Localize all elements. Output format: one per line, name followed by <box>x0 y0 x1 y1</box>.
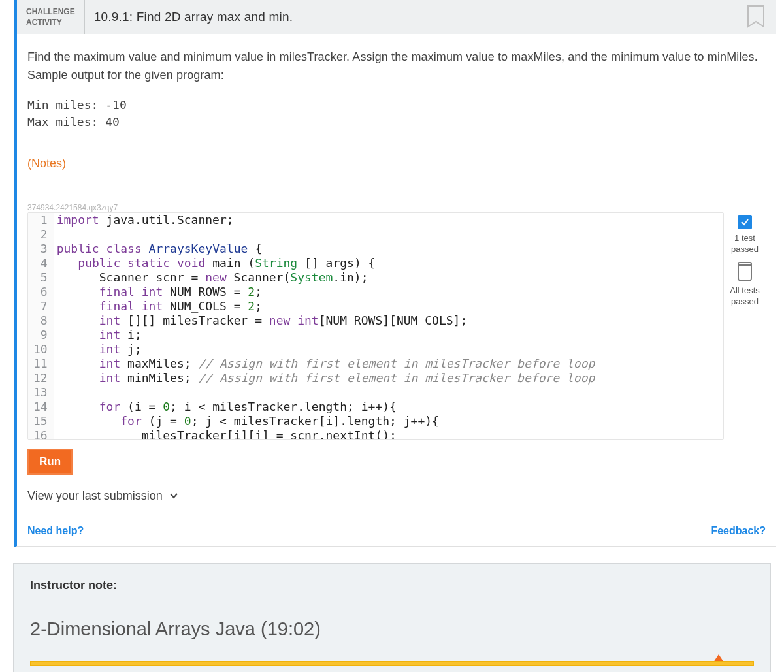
code-line[interactable]: public static void main (String [] args)… <box>57 256 595 270</box>
challenge-body: Find the maximum value and minimum value… <box>17 34 776 546</box>
line-number: 4 <box>33 256 48 270</box>
code-line[interactable]: milesTracker[i][j] = scnr.nextInt(); <box>57 428 595 439</box>
all-tests-passed-label: All tests passed <box>730 285 760 308</box>
code-line[interactable]: int j; <box>57 342 595 357</box>
code-line[interactable]: int i; <box>57 328 595 342</box>
chevron-down-icon <box>169 491 178 500</box>
footer-links: Need help? Feedback? <box>27 525 766 537</box>
code-editor[interactable]: 12345678910111213141516 import java.util… <box>27 212 724 440</box>
code-line[interactable]: final int NUM_COLS = 2; <box>57 299 595 313</box>
run-button[interactable]: Run <box>27 449 73 475</box>
shield-icon <box>738 264 752 281</box>
line-number: 14 <box>33 400 48 414</box>
sample-output-line1: Min miles: -10 <box>27 98 127 112</box>
view-last-submission[interactable]: View your last submission <box>27 489 766 503</box>
line-number: 3 <box>33 242 48 256</box>
challenge-title: 10.9.1: Find 2D array max and min. <box>85 0 293 34</box>
challenge-tag-line2: ACTIVITY <box>26 17 75 27</box>
one-test-passed-label: 1 test passed <box>731 233 759 255</box>
challenge-tag: CHALLENGE ACTIVITY <box>17 0 85 34</box>
test-status-rail: 1 test passed All tests passed <box>724 212 766 308</box>
line-number-gutter: 12345678910111213141516 <box>28 213 54 439</box>
code-line[interactable] <box>57 385 595 400</box>
line-number: 16 <box>33 428 48 440</box>
code-line[interactable]: int [][] milesTracker = new int[NUM_ROWS… <box>57 313 595 328</box>
instructor-note-card: Instructor note: 2-Dimensional Arrays Ja… <box>13 563 771 672</box>
code-line[interactable]: for (i = 0; i < milesTracker.length; i++… <box>57 400 595 414</box>
sample-output: Min miles: -10 Max miles: 40 <box>27 97 766 131</box>
sample-output-line2: Max miles: 40 <box>27 115 120 129</box>
check-icon <box>738 215 752 229</box>
line-number: 13 <box>33 385 48 400</box>
line-number: 9 <box>33 328 48 342</box>
code-id: 374934.2421584.qx3zqy7 <box>27 203 766 212</box>
line-number: 2 <box>33 227 48 242</box>
bookmark-icon[interactable] <box>746 5 766 29</box>
code-line[interactable]: final int NUM_ROWS = 2; <box>57 285 595 299</box>
challenge-header: CHALLENGE ACTIVITY 10.9.1: Find 2D array… <box>17 0 776 34</box>
instructor-video-title: 2-Dimensional Arrays Java (19:02) <box>30 618 754 640</box>
code-line[interactable]: for (j = 0; j < milesTracker[i].length; … <box>57 414 595 428</box>
challenge-card: CHALLENGE ACTIVITY 10.9.1: Find 2D array… <box>14 0 776 547</box>
code-line[interactable] <box>57 227 595 242</box>
challenge-tag-line1: CHALLENGE <box>26 7 75 17</box>
line-number: 10 <box>33 342 48 357</box>
code-line[interactable]: int maxMiles; // Assign with first eleme… <box>57 357 595 371</box>
code-line[interactable]: import java.util.Scanner; <box>57 213 595 227</box>
line-number: 7 <box>33 299 48 313</box>
view-last-submission-label: View your last submission <box>27 489 163 503</box>
line-number: 15 <box>33 414 48 428</box>
notes-link[interactable]: (Notes) <box>27 157 66 170</box>
feedback-link[interactable]: Feedback? <box>711 525 766 537</box>
line-number: 12 <box>33 371 48 385</box>
editor-row: 12345678910111213141516 import java.util… <box>27 212 766 440</box>
code-line[interactable]: public class ArraysKeyValue { <box>57 242 595 256</box>
code-line[interactable]: int minMiles; // Assign with first eleme… <box>57 371 595 385</box>
line-number: 8 <box>33 313 48 328</box>
code-area[interactable]: import java.util.Scanner; public class A… <box>54 213 595 439</box>
line-number: 5 <box>33 270 48 285</box>
code-line[interactable]: Scanner scnr = new Scanner(System.in); <box>57 270 595 285</box>
line-number: 11 <box>33 357 48 371</box>
prompt-text: Find the maximum value and minimum value… <box>27 48 766 85</box>
need-help-link[interactable]: Need help? <box>27 525 84 537</box>
line-number: 6 <box>33 285 48 299</box>
instructor-note-label: Instructor note: <box>30 579 754 592</box>
line-number: 1 <box>33 213 48 227</box>
video-progress-bar[interactable] <box>30 661 754 666</box>
